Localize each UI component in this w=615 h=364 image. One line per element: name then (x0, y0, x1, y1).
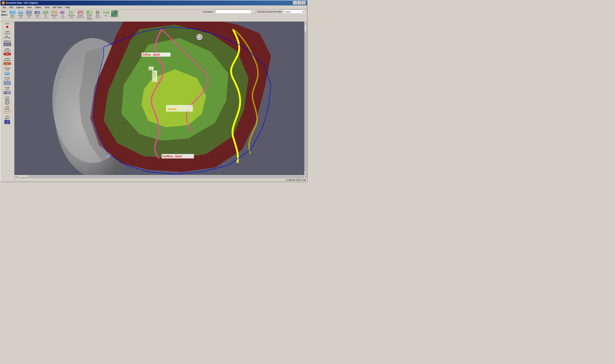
title-bar: ✕ Geometric Data - UAT_Ungheni — □ ✕ (0, 0, 307, 5)
toolbar-map-layer[interactable] (110, 10, 118, 17)
window-title: Geometric Data - UAT_Ungheni (6, 2, 38, 4)
sa2d-conn-sidebar-svg (4, 91, 11, 95)
lateral-structure-svg (3, 62, 11, 65)
2d-area-breaklines-svg (78, 11, 83, 14)
description-input[interactable] (216, 10, 252, 14)
menu-view[interactable]: View (26, 6, 33, 9)
scroll-left-button[interactable]: ◄ (14, 175, 17, 178)
svg-rect-73 (5, 120, 7, 121)
scroll-track[interactable] (304, 25, 307, 172)
toolbar-pump-station[interactable]: PumpStation (94, 10, 102, 19)
2d-flow-area-label: 2D FlowArea (26, 15, 32, 18)
toolbar-2d-flow-area[interactable]: 2D FlowArea (25, 10, 33, 19)
bc-lines-svg (43, 11, 48, 14)
2d-flow-area-svg (26, 11, 32, 14)
scroll-thumb[interactable] (305, 25, 307, 32)
ic-points-label: ICPoints (61, 15, 65, 18)
svg-text:Outflow_JijiaV: Outflow_JijiaV (162, 155, 182, 158)
sidebar-item-inline-structure[interactable]: InlineStructure (1, 47, 14, 57)
svg-rect-52 (6, 52, 9, 56)
h-scroll-thumb[interactable] (18, 175, 28, 178)
toolbar-bc-lines[interactable]: BCLines (41, 10, 50, 19)
2d-flow-area-sidebar-svg (4, 81, 11, 85)
toolbar-rs[interactable]: 12.99 RS (102, 10, 110, 17)
svg-rect-62 (4, 91, 7, 94)
canvas-with-scrollbar: Inflow_JijiaV b1 b2 d3 (14, 22, 307, 175)
reference-lines-icon (51, 10, 57, 15)
junct-label: Junct. (5, 23, 9, 25)
horizontal-scrollbar: ◄ ► (14, 175, 307, 178)
sidebar-item-htab-param[interactable]: HTabParam. (1, 105, 14, 115)
close-button[interactable]: ✕ (302, 1, 306, 5)
pump-station-svg (95, 11, 100, 14)
sidebar-item-2d-flow-area[interactable]: 2D FlowArea (1, 76, 14, 86)
maximize-button[interactable]: □ (297, 1, 301, 5)
svg-point-67 (6, 101, 8, 104)
menu-tables[interactable]: Tables (33, 6, 43, 9)
bc-lines-icon (43, 10, 48, 15)
sidebar-item-junct[interactable]: Junct. (1, 22, 14, 30)
ic-points-svg: t (60, 11, 65, 14)
window-controls: — □ ✕ (293, 1, 306, 5)
sidebar-item-brdg-culv[interactable]: Brdg/Culv (1, 39, 14, 47)
sa2d-conn-label: SA/2DConn (35, 15, 39, 18)
toolbar-sa2d-conn[interactable]: SA/2DConn (33, 10, 41, 19)
brdg-culv-label: Brdg/Culv (4, 40, 11, 42)
scroll-up-button[interactable]: ▲ (304, 22, 307, 25)
toolbar-labels: Tools Editors (1, 10, 8, 17)
menu-options[interactable]: Options (15, 6, 25, 9)
toolbar-reference-points[interactable]: t ReferencePoints (67, 10, 76, 19)
map-svg: Inflow_JijiaV b1 b2 d3 (14, 22, 304, 175)
svg-text:Inflow_JijiaV: Inflow_JijiaV (143, 53, 160, 56)
sidebar-item-pump-station[interactable]: PumpStation (1, 96, 14, 105)
scroll-right-button[interactable]: ► (304, 175, 307, 178)
scroll-down-button[interactable]: ▼ (304, 172, 307, 175)
svg-point-103 (198, 35, 201, 39)
main-content: Junct. CrossSection Brdg/Culv (0, 22, 307, 182)
sidebar-item-sa2d-conn[interactable]: SA/2DConn (1, 86, 14, 96)
2d-area-mann-n-svg (86, 11, 92, 14)
2d-flow-area-icon (26, 10, 32, 15)
sa2d-conn-sidebar-icon (3, 91, 11, 95)
menu-file[interactable]: File (1, 6, 7, 9)
toolbar-ic-points[interactable]: t ICPoints (59, 10, 67, 19)
cross-section-icon (3, 35, 11, 39)
h-scroll-track[interactable] (17, 175, 304, 178)
menu-bar: File Edit Options View Tables Tools GIS … (0, 5, 307, 9)
sidebar-item-view-picture[interactable]: ViewPicture (1, 115, 14, 124)
river-reach-svg (10, 11, 15, 14)
reference-lines-svg (51, 11, 57, 14)
profile-select[interactable]: (none) (283, 10, 305, 14)
map-canvas-area[interactable]: Inflow_JijiaV b1 b2 d3 (14, 22, 304, 175)
menu-tools[interactable]: Tools (43, 6, 51, 9)
description-browse-button[interactable]: ... (253, 10, 257, 13)
toolbar: Tools Editors RiverReach (0, 9, 307, 22)
coordinates-display: 713360.84, 640774.96 (286, 179, 306, 181)
toolbar-storage-area[interactable]: StorageArea (17, 10, 25, 19)
sidebar-item-cross-section[interactable]: CrossSection (1, 30, 14, 39)
view-picture-svg (4, 119, 10, 124)
pump-station-sidebar-icon (3, 100, 11, 104)
sidebar-item-lateral-structure[interactable]: LateralStructure (1, 57, 14, 66)
menu-help[interactable]: Help (64, 6, 71, 9)
2d-area-breaklines-label: 2D AreaBreakLines (77, 15, 84, 18)
inline-structure-label: InlineStructure (4, 48, 11, 52)
toolbar-2d-area-breaklines[interactable]: 2D AreaBreakLines (76, 10, 85, 19)
rs-svg: 12.99 (103, 11, 109, 14)
toolbar-river-reach[interactable]: RiverReach (8, 10, 16, 19)
brdg-culv-icon (3, 42, 11, 46)
svg-rect-10 (35, 11, 37, 14)
menu-edit[interactable]: Edit (8, 6, 14, 9)
ic-points-icon: t (60, 10, 65, 15)
menu-gis-tools[interactable]: GIS Tools (51, 6, 64, 9)
sidebar-item-storage-area[interactable]: StorageArea (1, 66, 14, 76)
toolbar-2d-area-mann-n[interactable]: 2D AreaMann nRegions (85, 10, 93, 20)
storage-area-sidebar-label: StorageArea (4, 67, 10, 71)
app-icon: ✕ (2, 1, 5, 4)
minimize-button[interactable]: — (293, 1, 297, 5)
toolbar-reference-lines[interactable]: ReferenceLines (50, 10, 58, 19)
cross-section-label: CrossSection (4, 30, 10, 35)
svg-text:d3: d3 (153, 75, 156, 78)
river-reach-icon (9, 10, 15, 15)
lateral-structure-label: LateralStructure (4, 58, 11, 62)
